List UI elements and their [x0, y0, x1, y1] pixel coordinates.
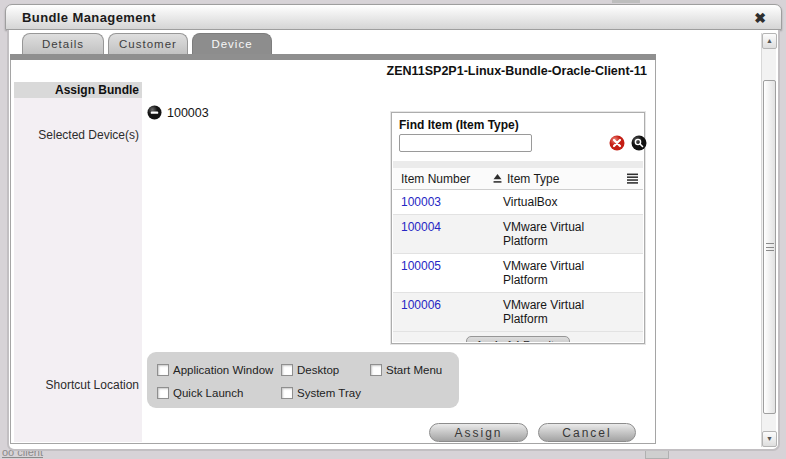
content-panel: ZEN11SP2P1-Linux-Bundle-Oracle-Client-11…: [10, 60, 656, 444]
checkbox-label: Quick Launch: [173, 387, 243, 399]
bundle-name: ZEN11SP2P1-Linux-Bundle-Oracle-Client-11: [387, 64, 648, 78]
checkbox-label: Start Menu: [386, 364, 442, 376]
search-icon[interactable]: [631, 135, 647, 151]
item-type-cell: VMware Virtual Platform: [503, 220, 615, 248]
item-type-header-label: Item Type: [507, 172, 559, 186]
table-row: 100004 VMware Virtual Platform: [393, 215, 643, 254]
close-icon[interactable]: ✖: [751, 9, 769, 27]
item-type-cell: VirtualBox: [503, 195, 615, 209]
shortcut-option: Quick Launch: [157, 383, 281, 403]
dialog-body: Details Customer Device ZEN11SP2P1-Linux…: [7, 30, 780, 451]
item-number-link[interactable]: 100004: [393, 220, 503, 248]
checkbox[interactable]: [157, 387, 169, 399]
checkbox[interactable]: [281, 364, 293, 376]
dialog-titlebar: Bundle Management ✖: [5, 4, 782, 30]
item-type-cell: VMware Virtual Platform: [503, 298, 615, 326]
table-header-row: Item Number Item Type: [393, 168, 643, 190]
clear-search-icon[interactable]: [609, 135, 625, 151]
dialog-title: Bundle Management: [22, 5, 156, 30]
scrollbar-thumb[interactable]: [763, 80, 776, 414]
vertical-scrollbar[interactable]: ▲ ▼: [761, 33, 776, 447]
selected-device-value: 100003: [167, 106, 209, 120]
find-item-table: Item Number Item Type: [393, 168, 643, 342]
find-item-title: Find Item (Item Type): [399, 118, 519, 132]
item-number-header-label: Item Number: [401, 172, 470, 186]
shortcut-option: Start Menu: [370, 360, 459, 380]
table-menu-icon[interactable]: [621, 173, 643, 184]
selected-devices-label: Selected Device(s): [38, 128, 139, 142]
checkbox[interactable]: [281, 387, 293, 399]
cancel-button[interactable]: Cancel: [538, 423, 636, 442]
checkbox[interactable]: [157, 364, 169, 376]
item-number-link[interactable]: 100005: [393, 259, 503, 287]
find-item-panel: Find Item (Item Type): [391, 112, 645, 344]
tab-device[interactable]: Device: [192, 33, 272, 54]
shortcut-option: System Tray: [281, 383, 370, 403]
assign-bundle-header: Assign Bundle: [14, 82, 142, 98]
shortcut-option: Application Window: [157, 360, 281, 380]
checkbox[interactable]: [370, 364, 382, 376]
sort-ascending-icon[interactable]: [492, 173, 503, 184]
column-header-item-number[interactable]: Item Number: [393, 172, 503, 186]
tab-customer[interactable]: Customer: [108, 33, 188, 54]
bundle-management-dialog: Bundle Management ✖ Details Customer Dev…: [5, 4, 782, 451]
tab-details[interactable]: Details: [22, 33, 104, 54]
item-number-link[interactable]: 100003: [393, 195, 503, 209]
shortcut-option: Desktop: [281, 360, 370, 380]
background-fragment: [645, 450, 669, 459]
remove-device-icon[interactable]: [147, 105, 162, 120]
label-column: Assign Bundle Selected Device(s) Shortcu…: [14, 82, 142, 442]
table-row: 100006 VMware Virtual Platform: [393, 293, 643, 332]
scrollbar-grip: [766, 243, 774, 251]
background-fragment: [612, 0, 640, 3]
table-rows: 100003 VirtualBox 100004 VMware Virtual …: [393, 190, 643, 332]
scroll-down-icon[interactable]: ▼: [762, 431, 777, 447]
find-item-input[interactable]: [399, 134, 532, 152]
assign-button[interactable]: Assign: [429, 423, 528, 442]
checkbox-label: Desktop: [297, 364, 339, 376]
results-summary-badge: 1 - 4 of 4 Results: [466, 336, 569, 342]
table-divider: [393, 161, 643, 168]
shortcut-location-label: Shortcut Location: [46, 378, 139, 392]
item-type-cell: VMware Virtual Platform: [503, 259, 615, 287]
shortcut-location-group: Application Window Desktop Start Menu: [147, 352, 459, 408]
checkbox-label: Application Window: [173, 364, 273, 376]
table-row: 100003 VirtualBox: [393, 190, 643, 215]
table-footer: 1 - 4 of 4 Results: [393, 332, 643, 342]
item-number-link[interactable]: 100006: [393, 298, 503, 326]
scroll-up-icon[interactable]: ▲: [762, 33, 777, 49]
checkbox-label: System Tray: [297, 387, 361, 399]
table-row: 100005 VMware Virtual Platform: [393, 254, 643, 293]
column-header-item-type[interactable]: Item Type: [503, 172, 621, 186]
